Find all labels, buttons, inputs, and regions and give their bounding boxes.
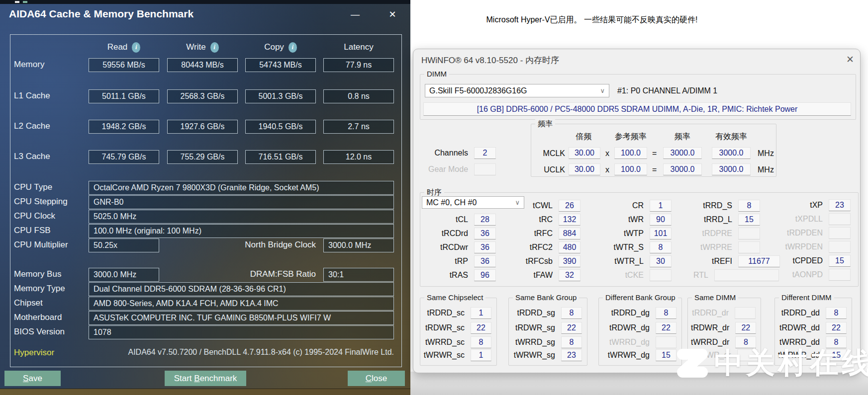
column-header-latency: Latency bbox=[323, 41, 394, 53]
memory-write-value: 80443 MB/s bbox=[167, 58, 238, 72]
timing-label: tWRPRE bbox=[683, 243, 732, 252]
memory-copy-value: 54743 MB/s bbox=[245, 58, 316, 72]
timing-value: 32 bbox=[559, 269, 580, 281]
zol-watermark-text: 中关村在线 bbox=[714, 344, 868, 383]
info-icon[interactable]: i bbox=[210, 42, 219, 53]
info-icon[interactable]: i bbox=[132, 42, 140, 53]
memory-channel-selected: MC #0, CH #0 bbox=[426, 198, 477, 207]
row-label: Motherboard bbox=[14, 313, 62, 322]
cpu-type-value: OctalCore AMD Ryzen 7 9800X3D (Granite R… bbox=[89, 181, 394, 195]
row-label: L2 Cache bbox=[14, 121, 50, 131]
timing-label: tRDRD_dg bbox=[602, 309, 650, 317]
freq-header-frequency: 频率 bbox=[664, 132, 701, 142]
timing-label: tRCDwr bbox=[421, 243, 468, 252]
timing-value bbox=[735, 307, 756, 319]
timing-value: 15 bbox=[829, 255, 851, 267]
column-header-read: Read i bbox=[89, 41, 159, 53]
timing-value bbox=[656, 336, 676, 348]
read-header-label: Read bbox=[107, 42, 128, 52]
bios-version-value: 1078 bbox=[89, 325, 394, 339]
close-button[interactable]: Close bbox=[348, 371, 405, 386]
timing-cell: tCKE bbox=[591, 269, 672, 281]
row-label: BIOS Version bbox=[14, 327, 65, 337]
minimize-icon[interactable]: — bbox=[348, 8, 362, 21]
row-label: CPU Multiplier bbox=[14, 240, 68, 250]
cpu-stepping-value: GNR-B0 bbox=[89, 195, 394, 209]
timing-value: 28 bbox=[474, 214, 496, 226]
column-header-copy: Copy i bbox=[245, 41, 316, 53]
timing-cell: tRFC2480 bbox=[505, 241, 580, 253]
timing-value: 22 bbox=[826, 322, 847, 334]
zol-watermark: 中关村在线 bbox=[676, 344, 868, 383]
timing-label: tXPDLL bbox=[775, 215, 823, 224]
timing-value: 96 bbox=[474, 269, 496, 281]
motherboard-value: ASUSTeK COMPUTER INC. TUF GAMING B850M-P… bbox=[89, 311, 394, 325]
timing-label: tRDWR_sg bbox=[512, 323, 555, 332]
row-label: Memory Bus bbox=[14, 269, 61, 279]
mclk-equals-sign: = bbox=[652, 149, 657, 158]
start-benchmark-button[interactable]: Start Benchmark bbox=[165, 371, 246, 386]
save-button[interactable]: Save bbox=[4, 371, 61, 386]
timing-label: tRDRD_sg bbox=[512, 309, 555, 317]
timing-label: tCWL bbox=[505, 201, 553, 210]
dram-fsb-ratio-label: DRAM:FSB Ratio bbox=[209, 269, 316, 279]
timing-cell: tWRPDEN bbox=[775, 241, 851, 253]
timing-value: 11677 bbox=[738, 255, 780, 267]
memory-latency-value: 77.9 ns bbox=[323, 58, 394, 72]
timing-label: tWRPDEN bbox=[775, 242, 823, 251]
timing-label: tRC bbox=[505, 215, 553, 224]
timing-value: 26 bbox=[559, 200, 580, 212]
close-icon[interactable]: ✕ bbox=[844, 53, 856, 65]
timing-value: 8 bbox=[656, 307, 676, 319]
same-chipselect-group-label: Same Chipselect bbox=[424, 293, 485, 302]
l3-read-value: 745.79 GB/s bbox=[89, 150, 159, 164]
timing-label: tFAW bbox=[505, 271, 553, 280]
uclk-effective-value: 3000.0 bbox=[712, 163, 751, 175]
chipset-value: AMD 800-Series, AMD K1A.4 FCH, AMD K1A.4… bbox=[89, 297, 394, 311]
timing-label: RTL bbox=[683, 271, 708, 280]
row-label: Memory bbox=[14, 60, 44, 70]
uclk-equals-sign: = bbox=[652, 165, 657, 174]
timing-label: tCKE bbox=[591, 271, 644, 280]
timing-label: tRP bbox=[421, 257, 468, 266]
timing-value: 22 bbox=[561, 322, 582, 334]
close-button-key: C bbox=[366, 374, 372, 383]
timing-value: 22 bbox=[471, 322, 491, 334]
timing-label: tRFC2 bbox=[505, 243, 553, 252]
timing-cell: tREFI11677 bbox=[683, 255, 780, 267]
north-bridge-clock-value: 3000.0 MHz bbox=[323, 238, 394, 252]
dram-fsb-ratio-value: 30:1 bbox=[323, 268, 394, 282]
info-icon[interactable]: i bbox=[289, 42, 297, 53]
timing-label: tRDWR_sc bbox=[423, 323, 465, 332]
cpu-fsb-value: 100.0 MHz (original: 100 MHz) bbox=[89, 224, 394, 238]
timing-value: 1 bbox=[471, 349, 491, 361]
timing-label: tWRRD_sc bbox=[423, 338, 465, 347]
mclk-times-sign: x bbox=[605, 149, 609, 158]
l3-latency-value: 12.0 ns bbox=[323, 150, 394, 164]
dimm-module-dropdown[interactable]: G.Skill F5-6000J2836G16G ∨ bbox=[425, 84, 609, 97]
screen: AIDA64 Cache & Memory Benchmark — ✕ Read… bbox=[0, 0, 868, 395]
timing-label: tWTR_L bbox=[591, 257, 644, 266]
timing-cell: tRDWR_dd22 bbox=[778, 322, 847, 334]
timing-cell: tRDRD_dd8 bbox=[778, 307, 847, 319]
different-bank-group-group: Different Bank Group tRDRD_dg8 tRDWR_dg2… bbox=[598, 298, 682, 366]
dimm-group-label: DIMM bbox=[424, 70, 449, 78]
timing-label: tWTP bbox=[591, 229, 644, 238]
uclk-multiplier-value: 30.00 bbox=[569, 163, 600, 175]
memory-bus-value: 3000.0 MHz bbox=[89, 268, 159, 282]
close-icon[interactable]: ✕ bbox=[386, 8, 399, 21]
timing-value: 23 bbox=[829, 199, 851, 211]
l3-copy-value: 716.51 GB/s bbox=[245, 150, 316, 164]
row-label: CPU Clock bbox=[14, 211, 55, 221]
timing-label: tRRD_L bbox=[683, 215, 732, 224]
aida64-window-title: AIDA64 Cache & Memory Benchmark bbox=[9, 8, 193, 20]
timing-label: tRDWR_dg bbox=[602, 323, 650, 332]
timing-cell: tRCDwr36 bbox=[421, 241, 496, 253]
timing-cell: tWRRD_dg bbox=[602, 336, 676, 348]
aida64-window: AIDA64 Cache & Memory Benchmark — ✕ Read… bbox=[0, 4, 410, 389]
freq-header-multiplier: 倍频 bbox=[568, 132, 600, 142]
timing-label: tRCDrd bbox=[421, 229, 468, 238]
same-dimm-group-label: Same DIMM bbox=[692, 293, 738, 302]
timing-value: 8 bbox=[561, 307, 582, 319]
timing-cell: tRDWR_dg22 bbox=[602, 322, 676, 334]
